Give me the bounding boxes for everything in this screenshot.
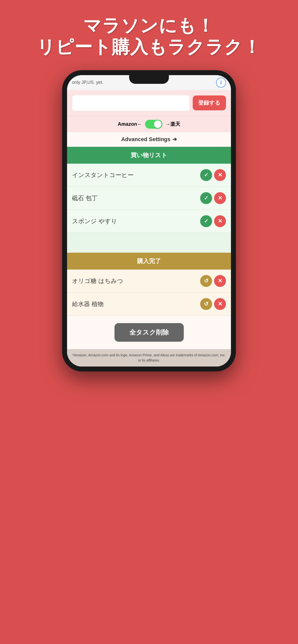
- completed-list: オリゴ糖 はちみつ 給水器 植物: [67, 270, 231, 316]
- delete-completed-button-2[interactable]: [214, 298, 226, 310]
- completed-item-actions-2: [200, 298, 226, 310]
- status-text: only JP,US. yet.: [72, 80, 103, 85]
- shopping-list: インスタントコーヒー 砥石 包丁: [67, 164, 231, 253]
- advanced-settings-row[interactable]: Advanced Settings ➔: [67, 132, 231, 147]
- phone-container: only JP,US. yet. i 登録する Amazon← →楽天: [62, 70, 236, 372]
- advanced-settings-label: Advanced Settings: [121, 136, 170, 142]
- check-icon-3: [204, 218, 208, 224]
- delete-icon-3: [218, 218, 222, 224]
- empty-space: [67, 233, 231, 253]
- item-actions-3: [200, 215, 226, 227]
- phone-screen: only JP,US. yet. i 登録する Amazon← →楽天: [67, 75, 231, 366]
- list-item: 給水器 植物: [67, 292, 231, 316]
- delete-button-2[interactable]: [214, 192, 226, 204]
- hero-line1: マラソンにも！: [83, 16, 215, 36]
- delete-all-button[interactable]: 全タスク削除: [114, 323, 184, 342]
- completed-item-name-1: オリゴ糖 はちみつ: [72, 277, 123, 285]
- register-button[interactable]: 登録する: [193, 96, 226, 110]
- delete-icon-1: [218, 172, 222, 178]
- delete-button-3[interactable]: [214, 215, 226, 227]
- item-name-1: インスタントコーヒー: [72, 171, 134, 179]
- shopping-list-section: 買い物リスト インスタントコーヒー: [67, 147, 231, 366]
- check-button-1[interactable]: [200, 169, 212, 181]
- delete-icon-2: [218, 195, 222, 201]
- list-item: オリゴ糖 はちみつ: [67, 270, 231, 292]
- chevron-down-icon: ➔: [172, 136, 177, 142]
- list-item: 砥石 包丁: [67, 187, 231, 210]
- check-button-2[interactable]: [200, 192, 212, 204]
- item-name-3: スポンジ やすり: [72, 217, 117, 225]
- delete-all-section: 全タスク削除: [67, 316, 231, 349]
- url-input[interactable]: [72, 95, 190, 111]
- item-actions-1: [200, 169, 226, 181]
- restore-button-2[interactable]: [200, 298, 212, 310]
- check-button-3[interactable]: [200, 215, 212, 227]
- notch: [129, 75, 169, 84]
- amazon-label: Amazon←: [118, 121, 142, 127]
- phone-frame: only JP,US. yet. i 登録する Amazon← →楽天: [62, 70, 236, 372]
- delete-completed-icon-2: [218, 301, 222, 307]
- restore-icon-1: [204, 278, 208, 284]
- footer-note: *Amazon, Amazon.com and its logo, Amazon…: [67, 349, 231, 366]
- delete-completed-icon-1: [218, 278, 222, 284]
- input-section: 登録する: [67, 90, 231, 116]
- item-name-2: 砥石 包丁: [72, 194, 98, 202]
- delete-button-1[interactable]: [214, 169, 226, 181]
- list-item: スポンジ やすり: [67, 210, 231, 233]
- info-icon[interactable]: i: [216, 78, 226, 88]
- shopping-list-header: 買い物リスト: [67, 147, 231, 164]
- toggle-section: Amazon← →楽天: [67, 116, 231, 132]
- hero-section: マラソンにも！ リピート購入もラクラク！: [32, 0, 266, 65]
- platform-toggle[interactable]: [145, 120, 163, 129]
- completed-item-actions-1: [200, 275, 226, 287]
- delete-completed-button-1[interactable]: [214, 275, 226, 287]
- restore-icon-2: [204, 301, 208, 307]
- completed-section-header: 購入完了: [67, 253, 231, 270]
- completed-item-name-2: 給水器 植物: [72, 300, 104, 308]
- rakuten-label: →楽天: [165, 121, 180, 128]
- check-icon-1: [204, 172, 208, 178]
- hero-line2: リピート購入もラクラク！: [37, 37, 261, 57]
- list-item: インスタントコーヒー: [67, 164, 231, 187]
- restore-button-1[interactable]: [200, 275, 212, 287]
- status-bar: only JP,US. yet. i: [67, 75, 231, 90]
- check-icon-2: [204, 195, 208, 201]
- item-actions-2: [200, 192, 226, 204]
